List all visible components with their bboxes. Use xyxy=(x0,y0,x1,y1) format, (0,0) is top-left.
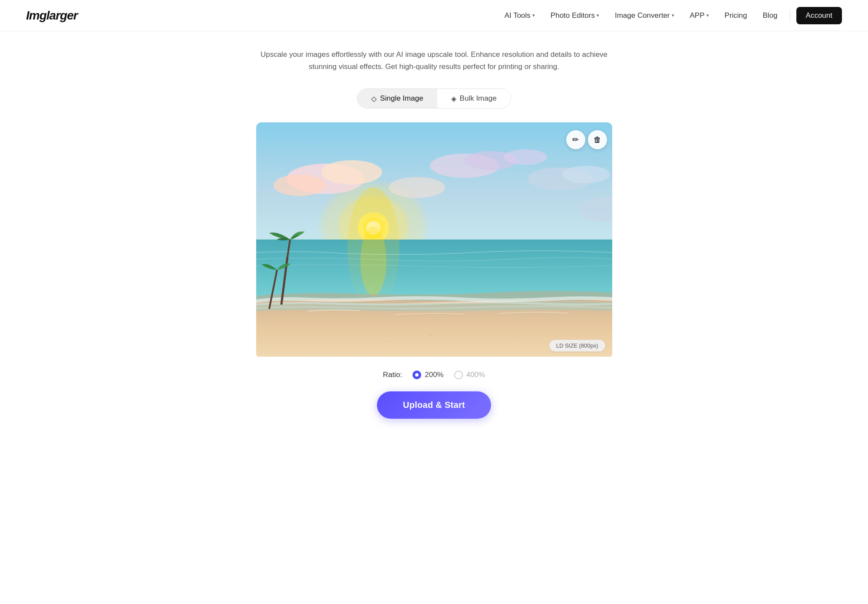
tab-bulk-image[interactable]: ◈ Bulk Image xyxy=(437,89,511,108)
delete-image-button[interactable]: 🗑 xyxy=(588,130,607,149)
nav-item-blog[interactable]: Blog xyxy=(757,8,784,23)
trash-icon: 🗑 xyxy=(594,135,601,144)
svg-point-23 xyxy=(472,343,474,345)
svg-point-14 xyxy=(389,177,445,198)
account-button[interactable]: Account xyxy=(796,7,842,24)
page-subtitle: Upscale your images effortlessly with ou… xyxy=(256,49,612,73)
logo[interactable]: Imglarger xyxy=(26,9,78,23)
main-content: Upscale your images effortlessly with ou… xyxy=(0,31,868,453)
tab-single-image[interactable]: ◇ Single Image xyxy=(357,89,437,108)
svg-point-24 xyxy=(386,341,387,342)
svg-point-12 xyxy=(562,166,610,183)
ratio-400-radio[interactable] xyxy=(454,371,463,379)
ratio-200-option[interactable]: 200% xyxy=(413,371,443,379)
nav-item-image-converter[interactable]: Image Converter ▾ xyxy=(609,8,680,23)
chevron-down-icon: ▾ xyxy=(597,13,599,18)
image-size-badge: LD SIZE (800px) xyxy=(549,340,605,351)
bulk-image-icon: ◈ xyxy=(451,95,456,103)
beach-image xyxy=(256,122,612,357)
nav-divider xyxy=(790,9,790,22)
nav-item-app[interactable]: APP ▾ xyxy=(684,8,715,23)
nav-item-pricing[interactable]: Pricing xyxy=(719,8,753,23)
mode-tabs: ◇ Single Image ◈ Bulk Image xyxy=(357,89,511,108)
header: Imglarger AI Tools ▾ Photo Editors ▾ Ima… xyxy=(0,0,868,31)
edit-icon: ✏ xyxy=(572,135,579,144)
chevron-down-icon: ▾ xyxy=(532,13,535,18)
upload-start-button[interactable]: Upload & Start xyxy=(377,391,491,419)
chevron-down-icon: ▾ xyxy=(706,13,709,18)
svg-point-25 xyxy=(516,337,517,338)
ratio-400-label: 400% xyxy=(466,371,485,379)
ratio-200-radio[interactable] xyxy=(413,371,421,379)
ratio-400-option[interactable]: 400% xyxy=(454,371,485,379)
ratio-selector: Ratio: 200% 400% xyxy=(383,371,485,379)
svg-point-13 xyxy=(504,149,547,165)
svg-point-8 xyxy=(274,174,326,196)
svg-point-22 xyxy=(429,334,431,336)
ratio-label: Ratio: xyxy=(383,371,402,379)
single-image-icon: ◇ xyxy=(371,95,376,103)
main-nav: AI Tools ▾ Photo Editors ▾ Image Convert… xyxy=(498,7,842,24)
chevron-down-icon: ▾ xyxy=(672,13,674,18)
nav-item-photo-editors[interactable]: Photo Editors ▾ xyxy=(545,8,605,23)
ratio-200-label: 200% xyxy=(425,371,443,379)
svg-point-7 xyxy=(321,160,382,184)
nav-item-ai-tools[interactable]: AI Tools ▾ xyxy=(498,8,541,23)
image-preview-container: ✏ 🗑 LD SIZE (800px) xyxy=(256,122,612,358)
svg-point-18 xyxy=(360,226,386,296)
edit-image-button[interactable]: ✏ xyxy=(566,130,585,149)
